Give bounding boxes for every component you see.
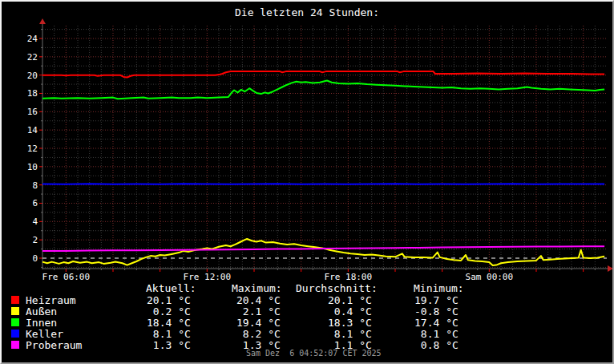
x-axis-arrow-icon	[608, 265, 613, 272]
axis-tick-label: 22	[27, 52, 38, 63]
rrd-graph-image: Die letzten 24 Stunden: 0246810121416182…	[0, 0, 614, 364]
axis-tick-label: 14	[27, 125, 38, 135]
legend-header: Durchschnitt:	[296, 282, 378, 294]
legend-row: Innen18.4 °C19.4 °C18.3 °C17.4 °C	[2, 317, 612, 329]
legend-series-name: Innen	[26, 317, 57, 329]
legend-value: 2.1 °C	[236, 305, 281, 317]
legend-series-name: Keller	[26, 328, 63, 340]
legend-header: Maximum:	[232, 282, 282, 294]
axis-tick-label: 16	[27, 107, 38, 117]
legend-value: 17.4 °C	[414, 317, 458, 329]
series-proberaum	[42, 246, 604, 251]
legend-header: Aktuell:	[146, 282, 196, 294]
legend-value: 8.1 °C	[147, 328, 191, 340]
legend: Aktuell:Maximum:Durchschnitt:Minimum:Hei…	[2, 281, 612, 350]
axis-tick-label: 10	[27, 162, 38, 172]
axis-tick-label: 0	[32, 253, 38, 264]
series-innen	[42, 81, 604, 99]
legend-value: 8.1 °C	[414, 328, 458, 340]
legend-value: 18.4 °C	[147, 317, 191, 329]
axis-tick-label: 2	[32, 235, 38, 245]
legend-value: -0.8 °C	[414, 305, 458, 317]
legend-row: Keller 8.1 °C 8.2 °C 8.1 °C 8.1 °C	[2, 329, 612, 340]
legend-value: 18.3 °C	[328, 317, 372, 329]
axis-tick-label: 6	[32, 198, 38, 208]
legend-value: 20.1 °C	[147, 294, 191, 306]
axis-tick-label: 24	[27, 34, 38, 44]
legend-value: 8.1 °C	[328, 328, 372, 340]
legend-header: Minimum:	[414, 282, 464, 294]
legend-value: 19.4 °C	[236, 317, 281, 329]
axis-tick-label: 8	[32, 180, 38, 191]
series-außen	[42, 239, 604, 265]
legend-value: 19.7 °C	[414, 294, 458, 306]
axis-tick-label: 4	[32, 216, 38, 227]
legend-value: 20.1 °C	[328, 294, 372, 306]
legend-value: 1.3 °C	[147, 339, 191, 351]
legend-color-swatch	[11, 318, 19, 326]
legend-row: Heizraum20.1 °C20.4 °C20.1 °C19.7 °C	[2, 295, 612, 306]
legend-row: Außen 0.2 °C 2.1 °C 0.4 °C-0.8 °C	[2, 306, 612, 317]
legend-value: 0.8 °C	[414, 339, 458, 351]
legend-value: 8.2 °C	[236, 328, 281, 340]
series-heizraum	[42, 71, 604, 77]
axis-tick-label: 20	[27, 71, 38, 81]
legend-value: 20.4 °C	[236, 294, 281, 306]
timestamp: Sam Dez 6 04:52:07 CET 2025	[246, 349, 382, 358]
legend-color-swatch	[11, 307, 19, 315]
axis-tick-label: 18	[27, 88, 38, 99]
legend-value: 0.4 °C	[328, 305, 372, 317]
legend-color-swatch	[11, 341, 19, 349]
grid-minor	[42, 26, 607, 269]
legend-series-name: Heizraum	[26, 294, 76, 306]
legend-color-swatch	[11, 330, 19, 338]
legend-color-swatch	[11, 296, 19, 304]
legend-value: 0.2 °C	[147, 305, 191, 317]
series-keller	[42, 184, 604, 184]
y-axis-arrow-icon	[39, 18, 46, 24]
legend-series-name: Proberaum	[26, 339, 82, 351]
axis-tick-label: 12	[27, 144, 38, 154]
legend-series-name: Außen	[26, 305, 57, 317]
